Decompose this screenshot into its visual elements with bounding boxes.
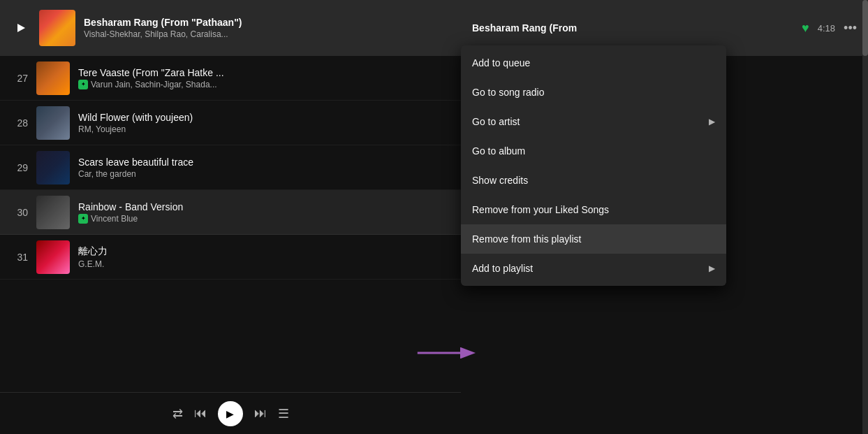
- track-artist-27: Varun Jain, Sachin-Jigar, Shada...: [78, 80, 450, 89]
- menu-item-show-credits[interactable]: Show credits: [461, 166, 726, 195]
- now-playing-artist: Vishal-Shekhar, Shilpa Rao, Caralisa...: [84, 29, 450, 39]
- now-playing-art: [39, 10, 75, 46]
- track-title-29: Scars leave beautiful trace: [78, 157, 450, 168]
- play-pause-button[interactable]: ▶: [218, 401, 243, 426]
- chevron-right-icon-2: ▶: [709, 263, 715, 273]
- purple-arrow-indicator: [412, 342, 482, 363]
- track-duration: 4:18: [818, 23, 835, 34]
- track-num-29: 29: [11, 162, 28, 173]
- track-title-31: 離心力: [78, 245, 450, 258]
- track-row-30[interactable]: 30 Rainbow - Band Version Vincent Blue: [0, 190, 461, 235]
- track-num-28: 28: [11, 117, 28, 129]
- mini-track-title: Besharam Rang (From: [472, 22, 793, 34]
- track-row-29[interactable]: 29 Scars leave beautiful trace Car, the …: [0, 145, 461, 190]
- track-info-27: Tere Vaaste (From "Zara Hatke ... Varun …: [78, 67, 450, 89]
- track-title-28: Wild Flower (with youjeen): [78, 112, 450, 123]
- menu-item-add-to-queue[interactable]: Add to queue: [461, 48, 726, 78]
- spotify-badge-30: [78, 214, 88, 224]
- next-button[interactable]: ⏭: [254, 406, 267, 421]
- track-artist-31: G.E.M.: [78, 259, 450, 269]
- scrollbar-thumb[interactable]: [862, 0, 868, 56]
- context-menu: Add to queue Go to song radio Go to arti…: [461, 45, 726, 286]
- now-playing-info: Besharam Rang (From "Pathaan") Vishal-Sh…: [84, 17, 450, 39]
- track-row-27[interactable]: 27 Tere Vaaste (From "Zara Hatke ... Var…: [0, 56, 461, 101]
- track-title-30: Rainbow - Band Version: [78, 201, 450, 212]
- track-info-30: Rainbow - Band Version Vincent Blue: [78, 201, 450, 224]
- track-art-28: [36, 106, 70, 140]
- prev-button[interactable]: ⏮: [194, 406, 207, 421]
- track-info-28: Wild Flower (with youjeen) RM, Youjeen: [78, 112, 450, 134]
- scrollbar-track: [862, 0, 868, 434]
- menu-item-add-to-playlist[interactable]: Add to playlist ▶: [461, 254, 726, 283]
- chevron-right-icon: ▶: [709, 117, 715, 126]
- play-button-small[interactable]: [11, 18, 31, 38]
- track-art-30: [36, 196, 70, 229]
- menu-item-go-to-artist[interactable]: Go to artist ▶: [461, 107, 726, 136]
- track-num-31: 31: [11, 252, 28, 263]
- player-controls: ⇄ ⏮ ▶ ⏭ ☰: [0, 392, 461, 434]
- menu-item-go-to-album[interactable]: Go to album: [461, 136, 726, 166]
- menu-item-remove-playlist[interactable]: Remove from this playlist: [461, 224, 726, 254]
- track-info-29: Scars leave beautiful trace Car, the gar…: [78, 157, 450, 179]
- queue-button[interactable]: ☰: [278, 406, 289, 421]
- more-options-icon[interactable]: •••: [844, 21, 857, 36]
- spotify-badge-27: [78, 80, 88, 89]
- menu-item-remove-liked[interactable]: Remove from your Liked Songs: [461, 195, 726, 224]
- track-row-31[interactable]: 31 離心力 G.E.M.: [0, 235, 461, 280]
- menu-item-song-radio[interactable]: Go to song radio: [461, 78, 726, 107]
- track-artist-29: Car, the garden: [78, 169, 450, 179]
- track-artist-28: RM, Youjeen: [78, 124, 450, 134]
- liked-heart-icon[interactable]: ♥: [802, 21, 809, 36]
- track-art-31: [36, 240, 70, 274]
- now-playing-bar: Besharam Rang (From "Pathaan") Vishal-Sh…: [0, 0, 461, 56]
- track-art-29: [36, 151, 70, 185]
- track-num-30: 30: [11, 207, 28, 218]
- track-row-28[interactable]: 28 Wild Flower (with youjeen) RM, Youjee…: [0, 101, 461, 145]
- shuffle-button[interactable]: ⇄: [172, 406, 183, 421]
- track-num-27: 27: [11, 73, 28, 84]
- track-artist-30: Vincent Blue: [78, 214, 450, 224]
- playlist-area: Besharam Rang (From "Pathaan") Vishal-Sh…: [0, 0, 461, 434]
- track-title-27: Tere Vaaste (From "Zara Hatke ...: [78, 67, 450, 78]
- track-info-31: 離心力 G.E.M.: [78, 245, 450, 269]
- track-art-27: [36, 62, 70, 95]
- now-playing-title: Besharam Rang (From "Pathaan"): [84, 17, 450, 28]
- svg-marker-0: [17, 24, 25, 32]
